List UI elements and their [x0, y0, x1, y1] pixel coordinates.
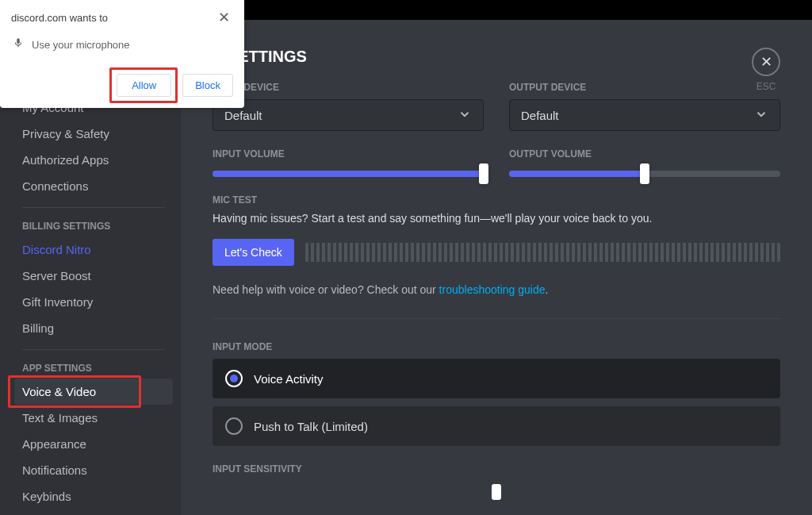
- close-icon[interactable]: ✕: [215, 10, 233, 25]
- output-volume-slider[interactable]: [509, 171, 780, 177]
- input-device-select[interactable]: Default: [213, 99, 484, 131]
- sidebar-item-appearance[interactable]: Appearance: [14, 431, 173, 457]
- sidebar-item-billing[interactable]: Billing: [14, 315, 173, 341]
- input-mode-label: INPUT MODE: [213, 341, 780, 352]
- input-mode-voice-activity[interactable]: Voice Activity: [213, 359, 780, 398]
- sidebar-item-gift-inventory[interactable]: Gift Inventory: [14, 289, 173, 315]
- microphone-icon: [13, 37, 24, 52]
- escape-label: ESC: [756, 81, 776, 92]
- window-titlebar: [244, 0, 812, 20]
- sidebar-item-keybinds[interactable]: Keybinds: [14, 483, 173, 509]
- radio-icon: [225, 370, 243, 387]
- mic-test-label: MIC TEST: [213, 194, 780, 206]
- divider: [22, 349, 165, 350]
- chevron-down-icon: [458, 107, 472, 124]
- output-device-select[interactable]: Default: [509, 99, 780, 131]
- output-device-label: OUTPUT DEVICE: [509, 82, 780, 93]
- main-content: ✕ ESC E SETTINGS INPUT DEVICE Default OU…: [181, 0, 812, 515]
- mic-test-help: Having mic issues? Start a test and say …: [213, 212, 780, 225]
- permission-title: discord.com wants to: [11, 12, 108, 24]
- page-title: E SETTINGS: [213, 48, 780, 66]
- sidebar-item-discord-nitro[interactable]: Discord Nitro: [14, 236, 173, 263]
- sidebar-item-privacy-safety[interactable]: Privacy & Safety: [14, 121, 173, 147]
- input-device-value: Default: [224, 109, 262, 122]
- section-title-billing: BILLING SETTINGS: [14, 216, 173, 236]
- sidebar-item-authorized-apps[interactable]: Authorized Apps: [14, 147, 173, 173]
- input-volume-label: INPUT VOLUME: [213, 148, 484, 159]
- input-device-label: INPUT DEVICE: [213, 82, 484, 93]
- radio-label: Push to Talk (Limited): [254, 420, 368, 433]
- mic-level-meter: [305, 243, 780, 262]
- output-volume-label: OUTPUT VOLUME: [509, 148, 780, 159]
- escape-button[interactable]: ✕ ESC: [752, 48, 780, 92]
- input-sensitivity-label: INPUT SENSITIVITY: [213, 463, 780, 475]
- sidebar-item-voice-video[interactable]: Voice & Video: [14, 379, 173, 405]
- permission-prompt: discord.com wants to ✕ Use your micropho…: [0, 0, 244, 108]
- input-sensitivity-slider[interactable]: [213, 484, 780, 492]
- input-mode-push-to-talk[interactable]: Push to Talk (Limited): [213, 406, 780, 446]
- troubleshooting-link[interactable]: troubleshooting guide: [439, 283, 546, 296]
- troubleshooting-help: Need help with voice or video? Check out…: [213, 283, 780, 296]
- lets-check-button[interactable]: Let's Check: [213, 239, 294, 266]
- radio-label: Voice Activity: [254, 372, 324, 386]
- chevron-down-icon: [754, 107, 768, 124]
- sidebar-item-server-boost[interactable]: Server Boost: [14, 263, 173, 289]
- close-icon: ✕: [752, 48, 780, 76]
- allow-button[interactable]: Allow: [117, 74, 171, 97]
- sidebar-item-connections[interactable]: Connections: [14, 173, 173, 199]
- input-volume-slider[interactable]: [213, 171, 484, 177]
- divider: [213, 318, 780, 319]
- sidebar-item-text-images[interactable]: Text & Images: [14, 405, 173, 431]
- sidebar-item-notifications[interactable]: Notifications: [14, 457, 173, 483]
- divider: [22, 207, 165, 208]
- radio-icon: [225, 417, 243, 435]
- output-device-value: Default: [521, 109, 559, 122]
- permission-mic-text: Use your microphone: [32, 39, 130, 51]
- block-button[interactable]: Block: [182, 74, 233, 97]
